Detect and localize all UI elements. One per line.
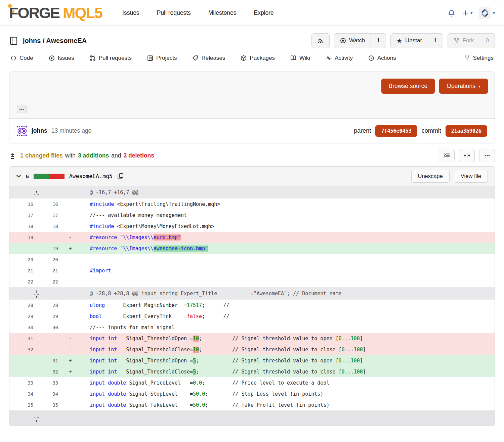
tab-wiki[interactable]: Wiki: [290, 55, 310, 61]
project-board-icon: [147, 55, 153, 61]
commit-hash-button[interactable]: 21aa3b902b: [446, 125, 487, 137]
notifications-bell-icon[interactable]: [448, 9, 456, 17]
code-line: input double Signal_PriceLevel =0.0; // …: [77, 377, 495, 388]
line-number-old[interactable]: 21: [9, 265, 41, 276]
line-number-new[interactable]: 35: [41, 399, 64, 410]
line-number-old[interactable]: [9, 366, 41, 377]
nav-links: Issues Pull requests Milestones Explore: [122, 9, 274, 16]
diff-options-button[interactable]: [479, 149, 495, 162]
user-avatar[interactable]: [479, 7, 491, 19]
commit-message-toggle-button[interactable]: •••: [17, 105, 27, 113]
line-number-old[interactable]: [9, 355, 41, 366]
diff-row-hunk: ↑@ -16,7 +16,7 @@: [9, 186, 495, 198]
user-menu[interactable]: ▾: [479, 7, 495, 19]
line-number-new[interactable]: 20: [41, 254, 64, 265]
line-number-old[interactable]: 16: [9, 198, 41, 210]
tab-releases[interactable]: Releases: [192, 55, 225, 61]
line-number-new[interactable]: 34: [41, 388, 64, 399]
file-name-link[interactable]: AwesomeEA.mq5: [69, 173, 113, 179]
line-number-new[interactable]: 18: [41, 221, 64, 232]
unstar-button[interactable]: ★ Unstar: [391, 34, 428, 48]
line-number-new[interactable]: 17: [41, 210, 64, 221]
parent-hash-button[interactable]: 7f456e0453: [375, 125, 417, 137]
line-number-new[interactable]: 30: [41, 322, 64, 333]
code-segment: 100: [351, 358, 360, 364]
expand-cell[interactable]: ↓↑: [9, 287, 64, 300]
line-number-old[interactable]: 33: [9, 377, 41, 388]
line-number-new[interactable]: [41, 344, 64, 355]
line-number-old[interactable]: 30: [9, 322, 41, 333]
line-number-new[interactable]: 21: [41, 265, 64, 276]
tab-packages[interactable]: Packages: [241, 55, 275, 61]
repo-name-link[interactable]: AwesomeEA: [46, 37, 87, 44]
pulse-icon: [326, 55, 332, 61]
tab-activity[interactable]: Activity: [326, 55, 353, 61]
operations-dropdown[interactable]: Operations ▾: [439, 79, 488, 94]
line-number-old[interactable]: 28: [9, 300, 41, 311]
whitespace-options-button[interactable]: [439, 149, 455, 162]
line-number-new[interactable]: 33: [41, 377, 64, 388]
code-line: input double Signal_TakeLevel =50.0; // …: [77, 399, 495, 410]
changed-files-link[interactable]: 1 changed files: [20, 152, 62, 159]
line-number-old[interactable]: 17: [9, 210, 41, 221]
line-number-old[interactable]: 19: [9, 232, 41, 243]
expand-both-icon[interactable]: ↓↑: [34, 290, 39, 299]
line-number-old[interactable]: 35: [9, 399, 41, 410]
tab-actions[interactable]: Actions: [368, 55, 396, 61]
nav-link-issues[interactable]: Issues: [122, 9, 139, 16]
marker-cell: [64, 186, 77, 198]
expand-cell[interactable]: ↓: [9, 410, 64, 426]
split-view-button[interactable]: [459, 149, 475, 162]
code-line: [77, 254, 495, 265]
line-number-new[interactable]: 29: [41, 311, 64, 322]
view-file-button[interactable]: View file: [454, 170, 488, 183]
line-number-new[interactable]: 31: [41, 355, 64, 366]
author-avatar-identicon[interactable]: [17, 126, 27, 136]
fork-count[interactable]: 0: [480, 34, 495, 48]
tab-projects[interactable]: Projects: [147, 55, 177, 61]
unescape-button[interactable]: Unescape: [411, 170, 450, 183]
watch-button[interactable]: Watch: [334, 34, 371, 48]
line-number-new[interactable]: [41, 232, 64, 243]
nav-link-explore[interactable]: Explore: [254, 9, 274, 16]
line-number-new[interactable]: [41, 333, 64, 344]
code-segment: input int: [90, 358, 117, 364]
fork-button[interactable]: Fork: [448, 34, 480, 48]
browse-source-button[interactable]: Browse source: [381, 79, 435, 94]
repo-owner-link[interactable]: johns: [23, 37, 41, 44]
line-number-old[interactable]: 22: [9, 276, 41, 287]
diff-row-add: 19+#resource "\\Images\\awesomea-icon.bm…: [9, 243, 495, 254]
tab-settings[interactable]: Settings: [464, 55, 494, 61]
line-number-old[interactable]: 29: [9, 311, 41, 322]
line-number-old[interactable]: 18: [9, 221, 41, 232]
nav-link-pull-requests[interactable]: Pull requests: [157, 9, 191, 16]
line-number-old[interactable]: 34: [9, 388, 41, 399]
line-number-old[interactable]: 20: [9, 254, 41, 265]
line-number-new[interactable]: 16: [41, 198, 64, 210]
line-number-new[interactable]: 32: [41, 366, 64, 377]
collapse-file-chevron-icon[interactable]: [16, 174, 21, 179]
line-number-new[interactable]: 22: [41, 276, 64, 287]
nav-link-milestones[interactable]: Milestones: [208, 9, 237, 16]
line-number-old[interactable]: [9, 243, 41, 254]
star-count[interactable]: 1: [428, 34, 443, 48]
expand-up-icon[interactable]: ↑: [34, 190, 39, 196]
forge-mql5-logo[interactable]: F ORGE MQL5: [9, 5, 102, 20]
watch-count[interactable]: 1: [371, 34, 385, 48]
fork-button-group: Fork 0: [448, 33, 495, 48]
line-number-old[interactable]: 32: [9, 344, 41, 355]
expand-cell[interactable]: ↑: [9, 186, 64, 198]
commit-author-name[interactable]: johns: [32, 127, 47, 134]
tab-pull-requests[interactable]: Pull requests: [90, 55, 132, 61]
code-line: #include <Expert\Money\MoneyFixedLot.mqh…: [77, 221, 495, 232]
line-number-new[interactable]: 19: [41, 243, 64, 254]
copy-file-path-icon[interactable]: [117, 173, 124, 179]
expand-down-icon[interactable]: ↓: [34, 417, 39, 423]
tab-code[interactable]: Code: [10, 55, 33, 61]
code-segment: #resource "\\Images\\: [90, 234, 154, 240]
tab-issues[interactable]: Issues: [49, 55, 74, 61]
line-number-new[interactable]: 28: [41, 300, 64, 311]
line-number-old[interactable]: 31: [9, 333, 41, 344]
create-new-button[interactable]: + ▾: [462, 8, 472, 18]
rss-button[interactable]: [311, 33, 330, 48]
